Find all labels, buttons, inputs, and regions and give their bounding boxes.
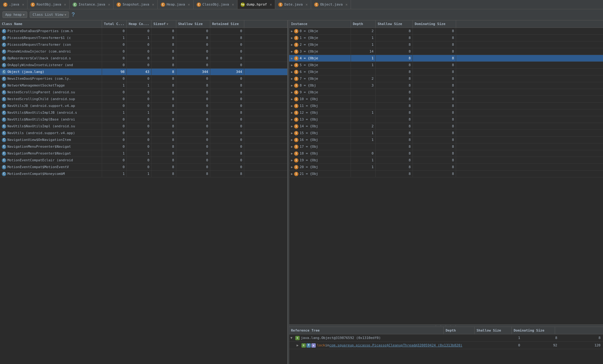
help-button[interactable]: ? — [71, 11, 75, 18]
tab-close-tab1[interactable]: × — [22, 2, 24, 7]
tab-tab9[interactable]: CObject.java× — [311, 0, 351, 9]
instance-row[interactable]: ▶i6 = {Obje88 — [289, 69, 603, 75]
ref-expand-icon[interactable]: ▶ — [297, 343, 302, 347]
expand-arrow-icon[interactable]: ▶ — [291, 36, 293, 40]
ref-tree-row[interactable]: ▶≡f♟lock in com.squareup.picasso.Picasso… — [289, 342, 603, 349]
th-shallow-size[interactable]: Shallow Size — [176, 20, 210, 28]
heap-dropdown[interactable]: App heap ▼ — [2, 11, 27, 18]
tab-close-tab7[interactable]: × — [270, 2, 272, 7]
th-total-count[interactable]: Total C... — [102, 20, 127, 28]
tab-tab1[interactable]: C.java× — [0, 0, 28, 9]
ref-link[interactable]: com.squareup.picasso.Picasso$CleanupThre… — [329, 343, 462, 347]
class-row[interactable]: CNestedScrollingParent (android.su00800 — [0, 89, 287, 96]
tab-close-tab2[interactable]: × — [64, 2, 66, 7]
class-row[interactable]: CNavUtils$NavUtilsImpl (android.su00800 — [0, 123, 287, 130]
class-row[interactable]: CNavUtils$NavUtilsImplBase (androi00800 — [0, 116, 287, 123]
tab-close-tab8[interactable]: × — [306, 2, 308, 7]
expand-arrow-icon[interactable]: ▶ — [291, 145, 293, 148]
instance-row[interactable]: ▶i3 = {Obje1488 — [289, 48, 603, 55]
expand-arrow-icon[interactable]: ▶ — [291, 91, 293, 94]
th-dominating[interactable]: Dominating Size — [413, 20, 456, 28]
tab-close-tab9[interactable]: × — [345, 2, 348, 7]
tab-tab4[interactable]: CSnapshot.java× — [113, 0, 157, 9]
instance-row[interactable]: ▶i1 = {Obje188 — [289, 35, 603, 41]
instance-row[interactable]: ▶i7 = {Obje288 — [289, 75, 603, 82]
horizontal-splitter[interactable]: · · · · · — [289, 324, 603, 327]
tab-tab5[interactable]: CHeap.java× — [158, 0, 194, 9]
expand-arrow-icon[interactable]: ▶ — [291, 97, 293, 101]
instance-row[interactable]: ▶i2 = {Obje188 — [289, 41, 603, 48]
instance-row[interactable]: ▶i15 = {Obj188 — [289, 130, 603, 137]
class-row[interactable]: COpReorderer$Callback (android.s00800 — [0, 55, 287, 62]
expand-arrow-icon[interactable]: ▶ — [291, 29, 293, 33]
instance-row[interactable]: ▶i16 = {Obj188 — [289, 137, 603, 143]
th-retained-size[interactable]: Retained Size — [210, 20, 244, 28]
expand-arrow-icon[interactable]: ▶ — [291, 152, 293, 155]
instance-row[interactable]: ▶i17 = {Obj88 — [289, 143, 603, 150]
class-row[interactable]: CMotionEventCompatEclair (android00800 — [0, 157, 287, 164]
instance-row[interactable]: ▶i12 = {Obj188 — [289, 109, 603, 116]
class-row[interactable]: CPhoneWindowInjector (com.androi00800 — [0, 48, 287, 55]
expand-arrow-icon[interactable]: ▶ — [291, 125, 293, 128]
instance-row[interactable]: ▶i14 = {Obj288 — [289, 123, 603, 130]
instance-row[interactable]: ▶i5 = {Obje188 — [289, 62, 603, 69]
ref-tree-row[interactable]: ▼≡java.lang.Object@319876592 (0x1310edf0… — [289, 334, 603, 342]
class-row[interactable]: CPicasso$RequestTransformer (con00800 — [0, 41, 287, 48]
instance-row[interactable]: ▶i20 = {Obj188 — [289, 164, 603, 171]
class-row[interactable]: CNavUtils$NavUtilsImplJB (android.s11888 — [0, 109, 287, 116]
class-row[interactable]: CNavUtilsJB (android.support.v4.ap00800 — [0, 103, 287, 109]
class-row[interactable]: CPictureDataDao$Properties (com.h00800 — [0, 28, 287, 35]
ref-expand-icon[interactable]: ▼ — [290, 336, 295, 340]
expand-arrow-icon[interactable]: ▶ — [291, 138, 293, 142]
class-row[interactable]: CPicasso$RequestTransformer$1 (c11888 — [0, 35, 287, 41]
tab-close-tab4[interactable]: × — [152, 2, 154, 7]
expand-arrow-icon[interactable]: ▶ — [291, 57, 293, 60]
expand-arrow-icon[interactable]: ▶ — [291, 104, 293, 108]
tab-close-tab3[interactable]: × — [108, 2, 110, 7]
expand-arrow-icon[interactable]: ▶ — [291, 77, 293, 80]
expand-arrow-icon[interactable]: ▶ — [291, 131, 293, 135]
class-row[interactable]: CNavigationView$OnNavigationItem00800 — [0, 137, 287, 143]
th-depth[interactable]: Depth — [351, 20, 376, 28]
instance-row[interactable]: ▶i9 = {Obje88 — [289, 89, 603, 96]
expand-arrow-icon[interactable]: ▶ — [291, 43, 293, 46]
instance-row[interactable]: ▶i19 = {Obj188 — [289, 157, 603, 164]
tab-tab3[interactable]: CInstance.java× — [70, 0, 113, 9]
class-row[interactable]: CNavigationMenuPresenter$Navigat11888 — [0, 150, 287, 157]
tab-close-tab6[interactable]: × — [232, 2, 234, 7]
expand-arrow-icon[interactable]: ▶ — [291, 159, 293, 162]
class-row[interactable]: CNavigationMenuPresenter$Navigat00800 — [0, 143, 287, 150]
expand-arrow-icon[interactable]: ▶ — [291, 165, 293, 169]
class-row[interactable]: CMotionEventCompat$MotionEventV00800 — [0, 164, 287, 171]
tab-tab2[interactable]: CRootObj.java× — [28, 0, 70, 9]
expand-arrow-icon[interactable]: ▶ — [291, 50, 293, 53]
class-row[interactable]: CNewsItemDao$Properties (com.ly.00800 — [0, 75, 287, 82]
tab-tab8[interactable]: CDate.java× — [275, 0, 311, 9]
expand-arrow-icon[interactable]: ▶ — [291, 172, 293, 176]
view-dropdown[interactable]: Class List View ▼ — [30, 11, 69, 18]
class-row[interactable]: CNestedScrollingChild (android.sup00800 — [0, 96, 287, 103]
instance-row[interactable]: ▶i4 = {Obje188 — [289, 55, 603, 62]
th-instance-shallow[interactable]: Shallow Size — [376, 20, 413, 28]
tab-close-tab5[interactable]: × — [188, 2, 190, 7]
class-row[interactable]: CObject (java.lang)98438344344 — [0, 69, 287, 75]
instance-row[interactable]: ▶i0 = {Obje288 — [289, 28, 603, 35]
class-row[interactable]: CMotionEventCompat$HoneycombM11888 — [0, 171, 287, 177]
class-row[interactable]: CNavUtils (android.support.v4.app)00800 — [0, 130, 287, 137]
instance-row[interactable]: ▶i11 = {Obj88 — [289, 103, 603, 109]
expand-arrow-icon[interactable]: ▶ — [291, 84, 293, 87]
class-row[interactable]: CNetworkManagementSocketTagge11888 — [0, 82, 287, 89]
instance-row[interactable]: ▶i13 = {Obj88 — [289, 116, 603, 123]
th-instance[interactable]: Instance — [289, 20, 351, 28]
expand-arrow-icon[interactable]: ▶ — [291, 70, 293, 74]
instance-row[interactable]: ▶i18 = {Obj088 — [289, 150, 603, 157]
th-class-name[interactable]: Class Name — [0, 20, 102, 28]
th-sizeof[interactable]: Sizeof ▼ — [152, 20, 176, 28]
th-heap-count[interactable]: Heap Co... — [127, 20, 152, 28]
instance-row[interactable]: ▶i21 = {Obj88 — [289, 171, 603, 177]
instance-row[interactable]: ▶i10 = {Obj88 — [289, 96, 603, 103]
expand-arrow-icon[interactable]: ▶ — [291, 118, 293, 121]
class-row[interactable]: COnApplyWindowInsetsListener (and00800 — [0, 62, 287, 69]
instance-row[interactable]: ▶i8 = {Obj388 — [289, 82, 603, 89]
tab-tab7[interactable]: hpdump.hprof× — [237, 0, 275, 9]
